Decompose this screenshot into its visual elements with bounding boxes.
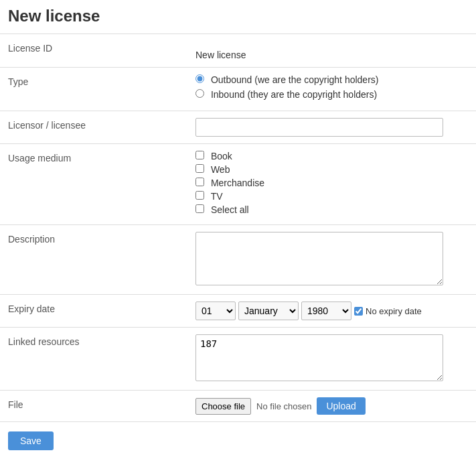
expiry-month-select[interactable]: JanuaryFebruaryMarchApril MayJuneJulyAug… (238, 301, 299, 320)
usage-book-label[interactable]: Book (195, 151, 468, 161)
no-file-chosen-text: No file chosen (256, 401, 311, 411)
expiry-date-row: Expiry date 0102030405 0607080910 111213… (0, 295, 476, 328)
no-expiry-text: No expiry date (366, 306, 422, 316)
linked-resources-row: Linked resources 187 (0, 328, 476, 391)
license-form: License ID New license Type Outbound (we… (0, 33, 476, 421)
page-title: New license (0, 0, 476, 33)
type-outbound-text: Outbound (we are the copyright holders) (211, 74, 379, 85)
usage-book-text: Book (211, 151, 232, 161)
usage-merchandise-label[interactable]: Merchandise (195, 178, 468, 188)
usage-select-all-label[interactable]: Select all (195, 204, 468, 215)
usage-web-checkbox[interactable] (195, 164, 204, 173)
usage-book-checkbox[interactable] (195, 151, 204, 159)
linked-resources-label: Linked resources (0, 328, 187, 391)
type-outbound-label[interactable]: Outbound (we are the copyright holders) (195, 74, 468, 85)
usage-web-text: Web (211, 164, 230, 175)
file-upload-controls: Choose file No file chosen Upload (195, 397, 468, 415)
license-id-value: New license (195, 41, 246, 60)
save-button[interactable]: Save (8, 431, 54, 450)
usage-tv-label[interactable]: TV (195, 191, 468, 202)
expiry-year-select[interactable]: 1980198119821983 1984198519901995 200020… (301, 301, 351, 320)
usage-merchandise-text: Merchandise (211, 178, 264, 188)
usage-select-all-text: Select all (211, 204, 249, 215)
usage-merchandise-checkbox[interactable] (195, 178, 204, 186)
expiry-date-label: Expiry date (0, 295, 187, 328)
no-expiry-label[interactable]: No expiry date (354, 306, 422, 316)
usage-web-label[interactable]: Web (195, 164, 468, 175)
usage-medium-row: Usage medium Book Web Merchandise TV (0, 144, 476, 225)
expiry-date-controls: 0102030405 0607080910 1112131415 1617181… (195, 301, 468, 320)
type-row: Type Outbound (we are the copyright hold… (0, 68, 476, 111)
licensor-row: Licensor / licensee (0, 111, 476, 144)
usage-select-all-checkbox[interactable] (195, 204, 204, 213)
license-id-row: License ID New license (0, 34, 476, 68)
no-expiry-checkbox[interactable] (354, 307, 363, 316)
description-textarea[interactable] (195, 232, 443, 285)
usage-tv-text: TV (211, 191, 223, 202)
type-label: Type (0, 68, 187, 111)
description-row: Description (0, 225, 476, 295)
save-row: Save (0, 421, 476, 460)
file-row: File Choose file No file chosen Upload (0, 391, 476, 422)
usage-medium-group: Book Web Merchandise TV Select all (195, 151, 468, 215)
license-id-label: License ID (0, 34, 187, 68)
file-label: File (0, 391, 187, 422)
licensor-label: Licensor / licensee (0, 111, 187, 144)
type-inbound-text: Inbound (they are the copyright holders) (211, 89, 377, 100)
choose-file-button[interactable]: Choose file (195, 398, 251, 415)
upload-button[interactable]: Upload (317, 397, 365, 415)
linked-resources-textarea[interactable]: 187 (195, 334, 443, 381)
licensor-input[interactable] (195, 118, 443, 137)
type-radio-group: Outbound (we are the copyright holders) … (195, 74, 468, 100)
type-inbound-radio[interactable] (195, 89, 204, 98)
usage-medium-label: Usage medium (0, 144, 187, 225)
type-inbound-label[interactable]: Inbound (they are the copyright holders) (195, 89, 468, 100)
description-label: Description (0, 225, 187, 295)
expiry-day-select[interactable]: 0102030405 0607080910 1112131415 1617181… (195, 301, 236, 320)
type-outbound-radio[interactable] (195, 74, 204, 83)
usage-tv-checkbox[interactable] (195, 191, 204, 200)
